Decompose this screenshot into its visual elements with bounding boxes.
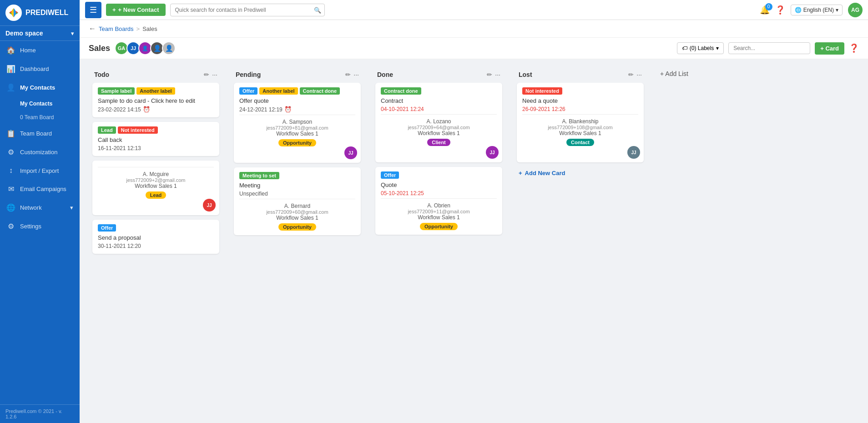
label-another-p1: Another label xyxy=(259,87,298,95)
breadcrumb: ← Team Boards > Sales xyxy=(80,20,868,38)
label-not-interested: Not interested xyxy=(118,126,158,134)
sidebar-item-dashboard[interactable]: 📊 Dashboard xyxy=(0,60,80,78)
sidebar-label-network: Network xyxy=(20,204,42,211)
card-avatar-todo-3: JJ xyxy=(203,199,216,212)
add-card-button[interactable]: + Card xyxy=(815,42,844,55)
sidebar-item-settings[interactable]: ⚙ Settings xyxy=(0,217,80,236)
team-board-icon: 📋 xyxy=(6,129,15,138)
board-search-input[interactable] xyxy=(728,42,810,54)
menu-toggle-button[interactable]: ☰ xyxy=(85,2,101,18)
lang-chevron: ▾ xyxy=(836,7,838,13)
dashboard-icon: 📊 xyxy=(6,65,15,73)
board-help-button[interactable]: ❓ xyxy=(849,43,859,53)
sidebar-label-settings: Settings xyxy=(20,223,41,230)
member-avatar-5[interactable]: 👤 xyxy=(162,41,176,55)
card-title-todo-4: Send a proposal xyxy=(98,234,214,241)
label-meeting-p2: Meeting to set xyxy=(239,172,279,179)
sidebar-item-team-board[interactable]: 📋 Team Board xyxy=(0,124,80,143)
workflow-l1: Workflow Sales 1 xyxy=(522,130,638,136)
labels-button[interactable]: 🏷 (0) Labels ▾ xyxy=(677,42,724,54)
help-button[interactable]: ❓ xyxy=(775,5,785,15)
card-todo-1[interactable]: Sample label Another label Sample to do … xyxy=(92,83,219,117)
sidebar-label-my-contacts: My Contacts xyxy=(20,84,55,91)
card-contact-todo-3: A. Mcguire jess772009+2@gmail.com Workfl… xyxy=(98,171,214,199)
user-avatar[interactable]: AG xyxy=(848,3,863,17)
tag-lead-todo-3: Lead xyxy=(146,191,167,199)
add-list-button[interactable]: + Add List xyxy=(655,66,694,81)
edit-column-lost[interactable]: ✏ xyxy=(628,71,634,78)
workspace-chevron: ▾ xyxy=(71,30,74,37)
tag-contact-l1: Contact xyxy=(566,139,594,146)
sidebar-subitem-my-contacts[interactable]: My Contacts xyxy=(0,97,80,111)
menu-column-pending[interactable]: ··· xyxy=(353,71,359,78)
breadcrumb-separator: > xyxy=(136,25,140,32)
card-done-2[interactable]: Offer Quote 05-10-2021 12:25 A. Obrien j… xyxy=(375,167,502,235)
labels-chevron: ▾ xyxy=(716,45,719,51)
back-button[interactable]: ← xyxy=(89,25,96,33)
sidebar-item-network[interactable]: 🌐 Network ▾ xyxy=(0,198,80,217)
card-done-1[interactable]: Contract done Contract 04-10-2021 12:24 … xyxy=(375,83,502,162)
contact-name-p2: A. Bernard xyxy=(239,203,355,209)
card-todo-4[interactable]: Offer Send a proposal 30-11-2021 12:20 xyxy=(92,220,219,254)
label-contract-d1: Contract done xyxy=(381,87,421,95)
notification-button[interactable]: 🔔 0 xyxy=(760,5,770,15)
new-contact-label: + New Contact xyxy=(118,6,159,13)
sidebar-item-import-export[interactable]: ↕ Import / Export xyxy=(0,161,80,180)
breadcrumb-current: Sales xyxy=(142,25,157,32)
sidebar-label-dashboard: Dashboard xyxy=(20,65,49,72)
sidebar-item-customization[interactable]: ⚙ Customization xyxy=(0,143,80,161)
add-new-card-button[interactable]: + Add New Card xyxy=(513,166,647,180)
tag-opportunity-d2: Opportunity xyxy=(420,223,458,230)
contact-email-l1: jess772009+108@gmail.com xyxy=(522,125,638,130)
global-search-input[interactable] xyxy=(170,4,325,16)
card-title-done-1: Contract xyxy=(381,97,497,104)
plus-icon-addcard: + xyxy=(519,170,522,176)
label-sample: Sample label xyxy=(98,87,135,95)
sidebar-label-import-export: Import / Export xyxy=(20,167,59,174)
menu-column-done[interactable]: ··· xyxy=(495,71,500,78)
sidebar-item-home[interactable]: 🏠 Home xyxy=(0,41,80,60)
card-lost-1[interactable]: Not interested Need a quote 26-09-2021 1… xyxy=(517,83,644,162)
column-header-todo: Todo ✏ ··· xyxy=(89,66,223,83)
breadcrumb-team-boards[interactable]: Team Boards xyxy=(99,25,134,32)
sidebar-item-my-contacts[interactable]: 👤 My Contacts xyxy=(0,78,80,97)
language-label: English (EN) xyxy=(803,7,834,13)
main-area: ☰ + + New Contact 🔍 🔔 0 ❓ 🌐 English (EN)… xyxy=(80,0,868,423)
workspace-selector[interactable]: Demo space ▾ xyxy=(0,25,80,41)
card-title-pending-2: Meeting xyxy=(239,182,355,189)
card-todo-3[interactable]: A. Mcguire jess772009+2@gmail.com Workfl… xyxy=(92,161,219,215)
card-pending-1[interactable]: Offer Another label Contract done Offer … xyxy=(234,83,361,163)
cards-todo: Sample label Another label Sample to do … xyxy=(89,83,223,257)
edit-column-pending[interactable]: ✏ xyxy=(345,71,351,78)
globe-icon: 🌐 xyxy=(795,7,802,13)
edit-column-done[interactable]: ✏ xyxy=(487,71,492,78)
contacts-icon: 👤 xyxy=(6,83,15,92)
column-title-todo: Todo xyxy=(94,71,201,78)
language-selector[interactable]: 🌐 English (EN) ▾ xyxy=(791,5,843,15)
column-title-lost: Lost xyxy=(519,71,626,78)
contact-email-todo-3: jess772009+2@gmail.com xyxy=(98,177,214,183)
card-pending-2[interactable]: Meeting to set Meeting Unspecified A. Be… xyxy=(234,167,361,235)
label-offer-d2: Offer xyxy=(381,171,399,179)
board-actions: 🏷 (0) Labels ▾ + Card ❓ xyxy=(677,42,859,55)
sidebar-item-email-campaigns[interactable]: ✉ Email Campaigns xyxy=(0,180,80,198)
new-contact-button[interactable]: + + New Contact xyxy=(106,4,166,16)
menu-column-lost[interactable]: ··· xyxy=(636,71,642,78)
import-export-icon: ↕ xyxy=(6,166,15,175)
edit-column-todo[interactable]: ✏ xyxy=(204,71,209,78)
card-contact-lost-1: A. Blankenship jess772009+108@gmail.com … xyxy=(522,118,638,146)
card-todo-2[interactable]: Lead Not interested Call back 16-11-2021… xyxy=(92,122,219,156)
contact-email-p2: jess772009+60@gmail.com xyxy=(239,209,355,215)
label-lead: Lead xyxy=(98,126,116,134)
menu-column-todo[interactable]: ··· xyxy=(212,71,217,78)
label-offer-p1: Offer xyxy=(239,87,257,95)
column-header-lost: Lost ✏ ··· xyxy=(513,66,647,83)
contact-name-d1: A. Lozano xyxy=(381,118,497,125)
add-new-card-label: Add New Card xyxy=(525,170,565,176)
add-card-label: + Card xyxy=(820,45,839,52)
label-another: Another label xyxy=(136,87,175,95)
contact-name-todo-3: A. Mcguire xyxy=(98,171,214,177)
prediwell-logo xyxy=(5,5,22,21)
card-contact-done-1: A. Lozano jess772009+64@gmail.com Workfl… xyxy=(381,118,497,146)
sidebar-subitem-team-board[interactable]: 0 Team Board xyxy=(0,111,80,124)
